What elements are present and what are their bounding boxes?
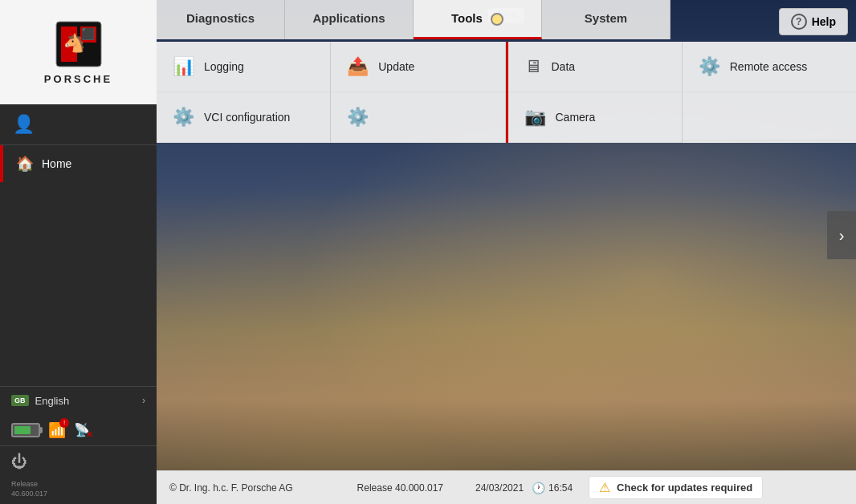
sidebar-language-selector[interactable]: GB English › — [0, 386, 157, 415]
nav-applications-label: Applications — [312, 11, 385, 25]
clock-icon: 🕐 — [532, 482, 545, 494]
warning-icon: ⚠ — [599, 480, 610, 495]
menu-item-remote-access-label: Remote access — [730, 60, 807, 73]
menu-item-update[interactable]: 📤 Update — [331, 42, 504, 92]
sidebar-item-home[interactable]: 🏠 Home — [0, 145, 157, 182]
language-arrow-icon: › — [142, 395, 145, 406]
menu-system-empty — [683, 92, 856, 140]
release-info: Release 40.000.017 — [357, 482, 443, 494]
release-label: Release — [357, 482, 393, 494]
sidebar-user-row: 👤 — [0, 104, 157, 145]
release-version: 40.000.017 — [395, 482, 443, 494]
data-icon: 🖥 — [524, 56, 542, 77]
alert-text: Check for updates required — [617, 482, 752, 494]
svg-text:⬛: ⬛ — [81, 27, 96, 41]
dropdown-col-diagnostics: 📊 Logging ⚙️ VCI configuration — [157, 42, 331, 143]
nav-diagnostics-label: Diagnostics — [186, 11, 255, 25]
menu-item-remote-access[interactable]: ⚙️ Remote access — [683, 42, 856, 92]
battery-fill — [14, 426, 31, 434]
wifi-badge: ! — [59, 418, 69, 428]
battery-tip — [40, 427, 43, 433]
menu-item-camera[interactable]: 📷 Camera — [508, 92, 682, 143]
help-circle-icon: ? — [791, 14, 807, 30]
background-area: 🇬🇧 ▼ ? Help Diagnostics Applications Too… — [157, 0, 856, 470]
time-text: 16:54 — [548, 482, 573, 494]
user-icon: 👤 — [13, 114, 35, 135]
apps2-icon: ⚙️ — [347, 107, 369, 128]
dropdown-menu: 📊 Logging ⚙️ VCI configuration 📤 Update — [157, 42, 856, 143]
cursor-indicator — [491, 13, 503, 26]
menu-item-vci-label: VCI configuration — [204, 111, 290, 124]
menu-item-vci-config[interactable]: ⚙️ VCI configuration — [157, 92, 330, 143]
nav-bar: Diagnostics Applications Tools System — [157, 0, 856, 39]
menu-item-camera-label: Camera — [556, 111, 596, 124]
dropdown-col-applications: 📤 Update ⚙️ — [331, 42, 505, 143]
vci-config-icon: ⚙️ — [173, 107, 194, 128]
sidebar-spacer — [0, 182, 157, 386]
sidebar-status-bar: 📶 ! 📡 ✕ — [0, 415, 157, 445]
network-x-icon: ✕ — [86, 430, 92, 439]
time-display: 🕐 16:54 — [532, 482, 573, 494]
update-icon: 📤 — [347, 56, 369, 77]
menu-item-logging[interactable]: 📊 Logging — [157, 42, 330, 92]
remote-access-icon: ⚙️ — [699, 56, 720, 77]
wifi-status-icon: 📶 ! — [48, 421, 66, 439]
nav-tools[interactable]: Tools — [414, 0, 542, 39]
version-text: Release 40.600.017 — [11, 479, 145, 499]
dropdown-col-system: ⚙️ Remote access — [683, 42, 856, 143]
help-label: Help — [812, 15, 836, 28]
menu-item-data[interactable]: 🖥 Data — [508, 42, 682, 92]
menu-item-data-label: Data — [552, 60, 576, 73]
update-alert[interactable]: ⚠ Check for updates required — [589, 476, 763, 499]
language-label: English — [35, 395, 143, 407]
language-flag: GB — [11, 395, 29, 406]
date-text: 24/03/2021 — [475, 482, 524, 494]
camera-icon: 📷 — [524, 107, 546, 128]
sidebar-power-row: ⏻ — [0, 445, 157, 478]
porsche-emblem-icon: 🐴 ⬛ — [55, 20, 103, 68]
nav-diagnostics[interactable]: Diagnostics — [157, 0, 285, 39]
sidebar-version: Release 40.600.017 — [0, 478, 157, 504]
next-arrow-button[interactable]: › — [827, 211, 856, 259]
main-content: 🇬🇧 ▼ ? Help Diagnostics Applications Too… — [157, 0, 856, 504]
copyright-text: © Dr. Ing. h.c. F. Porsche AG — [169, 482, 293, 494]
version-number: 40.600.017 — [11, 490, 47, 498]
version-release-label: Release — [11, 480, 38, 488]
nav-system-label: System — [585, 11, 627, 25]
menu-item-update-label: Update — [378, 60, 414, 73]
sidebar: 🐴 ⬛ PORSCHE 👤 🏠 Home GB English › — [0, 0, 157, 504]
brand-name: PORSCHE — [44, 73, 112, 85]
nav-tools-label: Tools — [451, 11, 483, 25]
power-button[interactable]: ⏻ — [11, 453, 27, 471]
nav-system[interactable]: System — [542, 0, 671, 39]
sidebar-nav-label-home: Home — [42, 157, 71, 170]
bottom-status-bar: © Dr. Ing. h.c. F. Porsche AG Release 40… — [157, 470, 856, 504]
menu-item-logging-label: Logging — [204, 60, 244, 73]
home-icon: 🏠 — [16, 155, 34, 173]
battery-indicator — [11, 423, 40, 437]
help-button[interactable]: ? Help — [779, 8, 848, 35]
network-status-icon: 📡 ✕ — [74, 422, 90, 437]
dropdown-col-tools: 🖥 Data 📷 Camera — [506, 42, 683, 143]
nav-applications[interactable]: Applications — [285, 0, 414, 39]
logging-icon: 📊 — [173, 56, 194, 77]
sidebar-logo: 🐴 ⬛ PORSCHE — [0, 0, 157, 104]
menu-item-apps2[interactable]: ⚙️ — [331, 92, 504, 143]
